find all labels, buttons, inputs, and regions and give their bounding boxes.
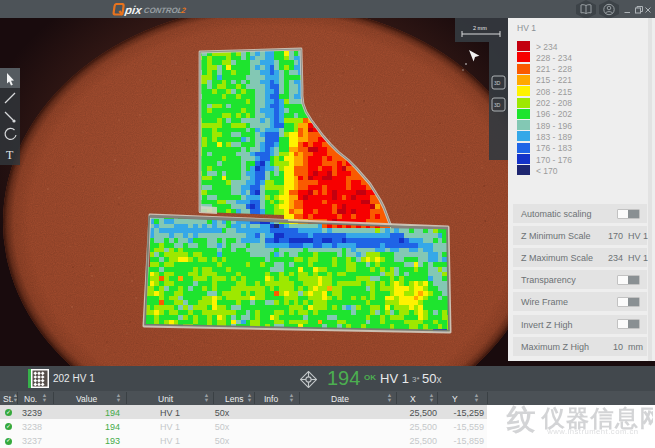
svg-text:3D: 3D [494,102,501,108]
svg-text:纹: 纹 [506,403,536,435]
svg-text:3D: 3D [494,80,501,86]
svg-text:www.instrument.com.cn: www.instrument.com.cn [546,427,638,436]
svg-text:2 mm: 2 mm [473,25,487,31]
svg-text:pix: pix [123,4,143,16]
svg-text:2: 2 [180,7,187,16]
svg-text:T: T [6,148,14,162]
svg-text:CONTROL: CONTROL [143,7,183,16]
